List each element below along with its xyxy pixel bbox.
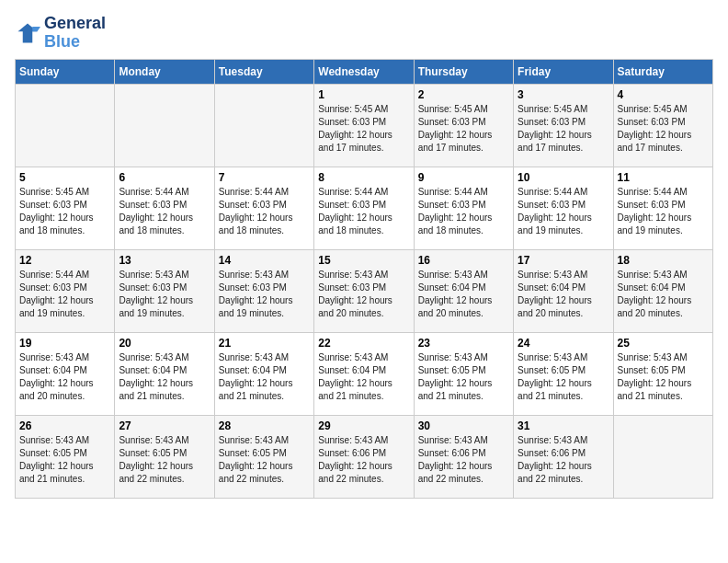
day-info: Sunrise: 5:45 AM Sunset: 6:03 PM Dayligh… (518, 103, 609, 155)
day-number: 24 (518, 337, 609, 350)
day-info: Sunrise: 5:43 AM Sunset: 6:04 PM Dayligh… (518, 269, 609, 320)
day-of-week-header: Saturday (613, 59, 712, 84)
day-number: 4 (618, 88, 709, 101)
calendar-week-row: 1Sunrise: 5:45 AM Sunset: 6:03 PM Daylig… (16, 84, 713, 167)
day-number: 31 (518, 419, 609, 432)
day-number: 27 (119, 419, 210, 432)
day-number: 22 (318, 337, 409, 350)
day-info: Sunrise: 5:45 AM Sunset: 6:03 PM Dayligh… (19, 186, 110, 237)
day-info: Sunrise: 5:43 AM Sunset: 6:04 PM Dayligh… (219, 351, 310, 403)
day-number: 9 (418, 171, 509, 184)
day-number: 17 (518, 254, 609, 267)
svg-marker-1 (32, 27, 40, 31)
day-number: 21 (219, 337, 310, 350)
day-number: 8 (318, 171, 409, 184)
calendar-cell: 25Sunrise: 5:43 AM Sunset: 6:05 PM Dayli… (613, 332, 712, 415)
calendar-cell: 19Sunrise: 5:43 AM Sunset: 6:04 PM Dayli… (16, 332, 115, 415)
day-info: Sunrise: 5:43 AM Sunset: 6:04 PM Dayligh… (418, 269, 509, 320)
calendar-cell: 15Sunrise: 5:43 AM Sunset: 6:03 PM Dayli… (314, 249, 414, 332)
calendar-cell (115, 84, 214, 167)
day-number: 13 (119, 254, 210, 267)
calendar-cell: 13Sunrise: 5:43 AM Sunset: 6:03 PM Dayli… (115, 249, 214, 332)
day-info: Sunrise: 5:43 AM Sunset: 6:04 PM Dayligh… (19, 351, 110, 403)
calendar-cell: 7Sunrise: 5:44 AM Sunset: 6:03 PM Daylig… (214, 167, 313, 249)
calendar-cell: 3Sunrise: 5:45 AM Sunset: 6:03 PM Daylig… (514, 84, 613, 167)
calendar-cell: 20Sunrise: 5:43 AM Sunset: 6:04 PM Dayli… (115, 332, 214, 415)
day-info: Sunrise: 5:43 AM Sunset: 6:05 PM Dayligh… (518, 351, 609, 403)
day-info: Sunrise: 5:43 AM Sunset: 6:04 PM Dayligh… (119, 351, 210, 403)
calendar-cell: 18Sunrise: 5:43 AM Sunset: 6:04 PM Dayli… (613, 249, 712, 332)
day-info: Sunrise: 5:43 AM Sunset: 6:04 PM Dayligh… (618, 269, 709, 320)
day-info: Sunrise: 5:44 AM Sunset: 6:03 PM Dayligh… (19, 269, 110, 320)
calendar-table: SundayMondayTuesdayWednesdayThursdayFrid… (15, 59, 713, 499)
day-info: Sunrise: 5:43 AM Sunset: 6:05 PM Dayligh… (19, 434, 110, 486)
day-info: Sunrise: 5:43 AM Sunset: 6:03 PM Dayligh… (318, 269, 409, 320)
day-info: Sunrise: 5:44 AM Sunset: 6:03 PM Dayligh… (119, 186, 210, 237)
calendar-cell: 6Sunrise: 5:44 AM Sunset: 6:03 PM Daylig… (115, 167, 214, 249)
day-of-week-header: Wednesday (314, 59, 414, 84)
day-info: Sunrise: 5:43 AM Sunset: 6:05 PM Dayligh… (418, 351, 509, 403)
calendar-cell (214, 84, 313, 167)
calendar-cell: 8Sunrise: 5:44 AM Sunset: 6:03 PM Daylig… (314, 167, 414, 249)
day-number: 7 (219, 171, 310, 184)
calendar-week-row: 26Sunrise: 5:43 AM Sunset: 6:05 PM Dayli… (16, 415, 713, 498)
day-info: Sunrise: 5:43 AM Sunset: 6:05 PM Dayligh… (119, 434, 210, 486)
day-info: Sunrise: 5:45 AM Sunset: 6:03 PM Dayligh… (618, 103, 709, 155)
calendar-cell: 2Sunrise: 5:45 AM Sunset: 6:03 PM Daylig… (414, 84, 513, 167)
day-number: 14 (219, 254, 310, 267)
day-info: Sunrise: 5:44 AM Sunset: 6:03 PM Dayligh… (518, 186, 609, 237)
calendar-cell: 30Sunrise: 5:43 AM Sunset: 6:06 PM Dayli… (414, 415, 513, 498)
logo-text: General Blue (44, 15, 106, 52)
calendar-cell: 9Sunrise: 5:44 AM Sunset: 6:03 PM Daylig… (414, 167, 513, 249)
calendar-cell: 26Sunrise: 5:43 AM Sunset: 6:05 PM Dayli… (16, 415, 115, 498)
logo-icon (15, 20, 40, 46)
calendar-cell: 11Sunrise: 5:44 AM Sunset: 6:03 PM Dayli… (613, 167, 712, 249)
day-info: Sunrise: 5:44 AM Sunset: 6:03 PM Dayligh… (219, 186, 310, 237)
calendar-cell: 21Sunrise: 5:43 AM Sunset: 6:04 PM Dayli… (214, 332, 313, 415)
calendar-cell: 23Sunrise: 5:43 AM Sunset: 6:05 PM Dayli… (414, 332, 513, 415)
day-info: Sunrise: 5:43 AM Sunset: 6:05 PM Dayligh… (219, 434, 310, 486)
day-info: Sunrise: 5:45 AM Sunset: 6:03 PM Dayligh… (318, 103, 409, 155)
day-info: Sunrise: 5:44 AM Sunset: 6:03 PM Dayligh… (618, 186, 709, 237)
calendar-cell (16, 84, 115, 167)
day-of-week-header: Friday (514, 59, 613, 84)
calendar-cell: 5Sunrise: 5:45 AM Sunset: 6:03 PM Daylig… (16, 167, 115, 249)
day-info: Sunrise: 5:43 AM Sunset: 6:06 PM Dayligh… (418, 434, 509, 486)
calendar-week-row: 19Sunrise: 5:43 AM Sunset: 6:04 PM Dayli… (16, 332, 713, 415)
day-number: 5 (19, 171, 110, 184)
calendar-cell: 10Sunrise: 5:44 AM Sunset: 6:03 PM Dayli… (514, 167, 613, 249)
day-number: 28 (219, 419, 310, 432)
day-number: 11 (618, 171, 709, 184)
day-of-week-header: Thursday (414, 59, 513, 84)
day-number: 18 (618, 254, 709, 267)
day-number: 1 (318, 88, 409, 101)
day-number: 23 (418, 337, 509, 350)
day-number: 29 (318, 419, 409, 432)
day-of-week-header: Tuesday (214, 59, 313, 84)
day-info: Sunrise: 5:43 AM Sunset: 6:06 PM Dayligh… (518, 434, 609, 486)
day-info: Sunrise: 5:43 AM Sunset: 6:06 PM Dayligh… (318, 434, 409, 486)
calendar-cell: 17Sunrise: 5:43 AM Sunset: 6:04 PM Dayli… (514, 249, 613, 332)
calendar-cell: 24Sunrise: 5:43 AM Sunset: 6:05 PM Dayli… (514, 332, 613, 415)
calendar-cell: 16Sunrise: 5:43 AM Sunset: 6:04 PM Dayli… (414, 249, 513, 332)
day-number: 25 (618, 337, 709, 350)
calendar-cell: 1Sunrise: 5:45 AM Sunset: 6:03 PM Daylig… (314, 84, 414, 167)
day-number: 20 (119, 337, 210, 350)
calendar-cell: 31Sunrise: 5:43 AM Sunset: 6:06 PM Dayli… (514, 415, 613, 498)
calendar-cell: 27Sunrise: 5:43 AM Sunset: 6:05 PM Dayli… (115, 415, 214, 498)
day-number: 30 (418, 419, 509, 432)
day-number: 2 (418, 88, 509, 101)
day-number: 12 (19, 254, 110, 267)
calendar-cell: 29Sunrise: 5:43 AM Sunset: 6:06 PM Dayli… (314, 415, 414, 498)
day-number: 19 (19, 337, 110, 350)
logo: General Blue (15, 15, 106, 52)
day-info: Sunrise: 5:43 AM Sunset: 6:05 PM Dayligh… (618, 351, 709, 403)
day-info: Sunrise: 5:43 AM Sunset: 6:04 PM Dayligh… (318, 351, 409, 403)
day-number: 16 (418, 254, 509, 267)
calendar-cell: 12Sunrise: 5:44 AM Sunset: 6:03 PM Dayli… (16, 249, 115, 332)
day-of-week-header: Monday (115, 59, 214, 84)
calendar-cell: 4Sunrise: 5:45 AM Sunset: 6:03 PM Daylig… (613, 84, 712, 167)
day-number: 15 (318, 254, 409, 267)
calendar-cell: 28Sunrise: 5:43 AM Sunset: 6:05 PM Dayli… (214, 415, 313, 498)
day-info: Sunrise: 5:45 AM Sunset: 6:03 PM Dayligh… (418, 103, 509, 155)
